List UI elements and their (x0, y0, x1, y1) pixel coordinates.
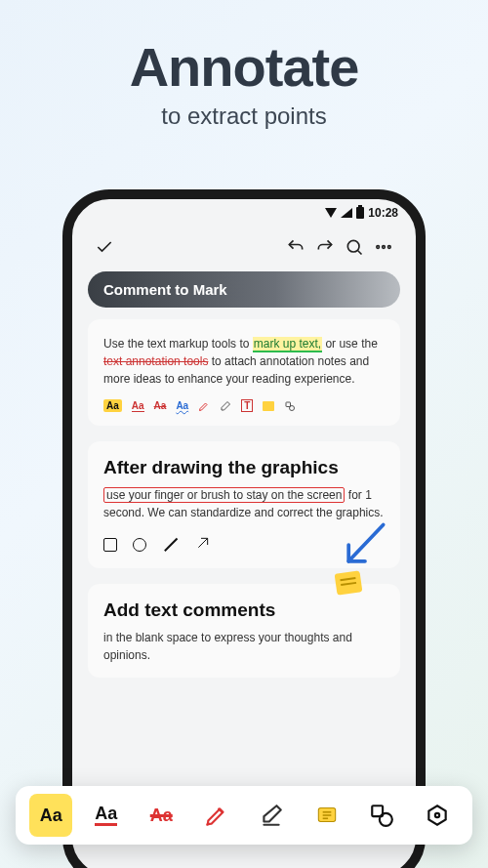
eraser-button[interactable] (250, 794, 293, 837)
strikethrough-tool-icon[interactable]: Aa (154, 400, 167, 411)
settings-button[interactable] (416, 794, 459, 837)
svg-point-6 (290, 405, 295, 410)
battery-icon (356, 207, 364, 219)
comments-card: Add text comments in the blank space to … (88, 584, 400, 678)
highlighted-text: mark up text, (253, 337, 322, 352)
svg-point-0 (347, 240, 359, 252)
line-shape-icon[interactable] (164, 538, 178, 552)
shapes-button[interactable] (360, 794, 403, 837)
more-button[interactable] (369, 232, 398, 262)
circle-shape-icon[interactable] (133, 538, 146, 552)
mini-tool-row: Aa Aa Aa Aa T (103, 399, 385, 412)
textbox-tool-icon[interactable]: T (241, 399, 253, 412)
strikethrough-button[interactable]: Aa (140, 794, 183, 837)
sticky-note-button[interactable] (305, 794, 348, 837)
comments-body: in the blank space to express your thoug… (103, 629, 385, 664)
svg-line-7 (348, 524, 383, 560)
blue-arrow-annotation (338, 517, 392, 576)
phone-mockup: 10:28 Comment to Mark U (62, 189, 426, 868)
app-toolbar (72, 227, 416, 268)
eraser-tool-icon[interactable] (220, 400, 231, 412)
pen-button[interactable] (195, 794, 238, 837)
svg-point-4 (388, 246, 391, 249)
highlight-button[interactable]: Aa (29, 794, 72, 837)
confirm-button[interactable] (90, 232, 119, 262)
hero-subtitle: to extract points (0, 103, 488, 130)
hero-title: Annotate (0, 35, 488, 99)
graphics-title: After drawing the graphics (103, 457, 385, 478)
svg-marker-16 (428, 806, 445, 825)
underline-button[interactable]: Aa (85, 794, 128, 837)
highlight-tool-icon[interactable]: Aa (103, 399, 122, 412)
undo-button[interactable] (281, 232, 310, 262)
svg-line-1 (358, 251, 362, 255)
graphics-body: use your finger or brush to stay on the … (103, 486, 385, 521)
sticky-note-icon (335, 570, 363, 595)
svg-point-3 (383, 246, 386, 249)
square-shape-icon[interactable] (103, 538, 117, 552)
svg-point-2 (377, 246, 380, 249)
svg-point-17 (435, 813, 439, 817)
redo-button[interactable] (310, 232, 340, 262)
wifi-icon (325, 208, 337, 218)
markup-card: Use the text markup tools to mark up tex… (88, 319, 400, 426)
squiggly-tool-icon[interactable]: Aa (176, 400, 188, 411)
note-tool-icon[interactable] (263, 401, 274, 411)
graphics-card: After drawing the graphics use your fing… (88, 441, 400, 568)
markup-text: Use the text markup tools to mark up tex… (103, 335, 385, 388)
arrow-shape-icon[interactable] (195, 535, 211, 555)
svg-rect-5 (286, 402, 291, 407)
strikethrough-text: text annotation tools (103, 354, 208, 368)
search-button[interactable] (340, 232, 369, 262)
comments-title: Add text comments (103, 599, 385, 621)
bottom-toolbar: Aa Aa Aa (16, 786, 472, 845)
red-box-annotation: use your finger or brush to stay on the … (103, 487, 345, 503)
svg-line-8 (198, 538, 207, 547)
hero-section: Annotate to extract points (0, 0, 488, 130)
signal-icon (341, 208, 352, 218)
status-time: 10:28 (368, 206, 398, 220)
section-header-pill: Comment to Mark (88, 271, 400, 308)
pen-tool-icon[interactable] (198, 400, 210, 412)
underline-tool-icon[interactable]: Aa (132, 400, 144, 412)
shape-tool-icon[interactable] (284, 400, 296, 412)
status-bar: 10:28 (72, 199, 416, 227)
svg-point-15 (380, 813, 392, 826)
